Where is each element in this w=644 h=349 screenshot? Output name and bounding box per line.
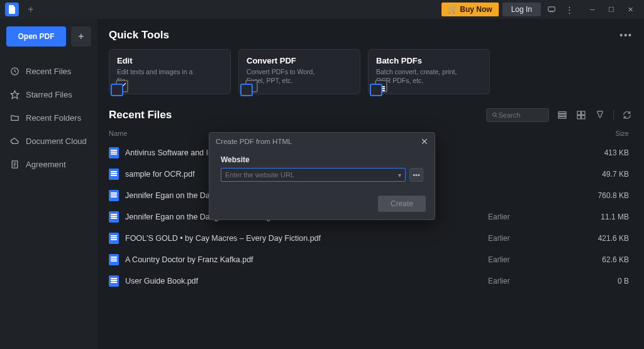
file-size: 49.7 KB — [589, 170, 633, 179]
file-size: 62.6 KB — [589, 255, 633, 264]
svg-rect-7 — [558, 117, 566, 119]
file-size: 0 B — [589, 277, 633, 285]
table-row[interactable]: FOOL'S GOLD • by Cay Macres – Every Day … — [109, 228, 633, 249]
nav-label: Recent Folders — [26, 113, 81, 123]
buy-now-label: Buy Now — [460, 5, 492, 14]
pdf-file-icon — [109, 275, 119, 287]
open-pdf-button[interactable]: Open PDF — [6, 26, 66, 47]
dialog-title: Create PDF from HTML — [216, 138, 292, 145]
col-header-modified — [488, 130, 589, 137]
message-icon[interactable] — [545, 3, 558, 16]
pin-icon[interactable] — [594, 109, 606, 121]
sidebar-item-agreement[interactable]: Agreement — [6, 155, 91, 174]
pdf-file-icon — [109, 254, 119, 265]
clock-icon — [10, 67, 19, 76]
quicktools-more-button[interactable]: ••• — [619, 30, 633, 40]
file-size: 760.8 KB — [589, 191, 633, 200]
new-tab-button[interactable]: + — [24, 3, 38, 16]
nav-label: Document Cloud — [26, 136, 87, 146]
svg-rect-10 — [577, 116, 580, 119]
app-logo-icon — [5, 3, 19, 16]
cart-icon: 🛒 — [448, 5, 457, 14]
edit-icon — [111, 80, 128, 97]
svg-rect-0 — [548, 7, 555, 11]
tool-card-batch[interactable]: Batch PDFs Batch convert, create, print,… — [368, 49, 490, 94]
create-button[interactable]: Create — [378, 196, 426, 212]
svg-rect-5 — [558, 112, 566, 114]
browse-button[interactable]: ••• — [409, 168, 423, 182]
svg-rect-8 — [577, 111, 580, 114]
star-icon — [10, 90, 19, 99]
titlebar: + 🛒 Buy Now Log In ⋮ ─ ☐ ✕ — [0, 0, 644, 19]
tool-desc: Convert PDFs to Word, Excel, PPT, etc. — [247, 68, 328, 85]
dialog-titlebar: Create PDF from HTML ✕ — [209, 133, 435, 150]
window-controls: ─ ☐ ✕ — [584, 3, 639, 16]
tool-desc: Batch convert, create, print, OCR PDFs, … — [376, 68, 458, 85]
file-modified: Earlier — [488, 234, 589, 243]
tool-desc: Edit texts and images in a file. — [117, 68, 199, 85]
dialog-body: Website ▾ ••• — [209, 150, 435, 189]
svg-rect-6 — [558, 114, 566, 116]
kebab-icon[interactable]: ⋮ — [562, 3, 576, 16]
buy-now-button[interactable]: 🛒 Buy Now — [441, 3, 498, 16]
pdf-file-icon — [109, 190, 119, 201]
create-pdf-button[interactable]: + — [71, 26, 91, 47]
tool-title: Edit — [117, 56, 223, 65]
table-row[interactable]: A Country Doctor by Franz Kafka.pdfEarli… — [109, 249, 633, 270]
col-header-size: Size — [589, 130, 633, 137]
minimize-button[interactable]: ─ — [584, 3, 601, 16]
search-box[interactable] — [486, 108, 549, 122]
titlebar-right: 🛒 Buy Now Log In ⋮ ─ ☐ ✕ — [441, 3, 639, 16]
website-url-input[interactable] — [225, 171, 398, 179]
file-size: 11.1 MB — [589, 213, 633, 221]
file-modified: Earlier — [488, 213, 589, 221]
sidebar-item-recent-files[interactable]: Recent Files — [6, 62, 91, 81]
website-label: Website — [221, 155, 423, 164]
close-window-button[interactable]: ✕ — [621, 3, 639, 16]
svg-point-4 — [493, 113, 496, 116]
refresh-icon[interactable] — [621, 109, 633, 121]
pdf-file-icon — [109, 211, 119, 223]
file-name: User Guide Book.pdf — [125, 277, 488, 285]
file-name: A Country Doctor by Franz Kafka.pdf — [125, 255, 488, 264]
divider — [613, 110, 614, 120]
pdf-file-icon — [109, 233, 119, 244]
cloud-icon — [10, 136, 19, 146]
sidebar: Open PDF + Recent Files Starred Files Re… — [0, 19, 97, 349]
titlebar-left: + — [5, 3, 38, 16]
batch-icon — [370, 80, 387, 97]
nav-label: Agreement — [26, 160, 66, 169]
sidebar-item-document-cloud[interactable]: Document Cloud — [6, 131, 91, 151]
quicktools-header: Quick Tools ••• — [109, 29, 633, 42]
list-view-icon[interactable] — [557, 109, 568, 121]
tool-card-edit[interactable]: Edit Edit texts and images in a file. — [109, 49, 231, 94]
tool-card-convert[interactable]: Convert PDF Convert PDFs to Word, Excel,… — [238, 49, 360, 94]
svg-rect-11 — [582, 116, 585, 119]
pdf-file-icon — [109, 147, 119, 158]
maximize-button[interactable]: ☐ — [602, 3, 620, 16]
file-modified: Earlier — [488, 277, 589, 285]
pdf-file-icon — [109, 169, 119, 180]
sidebar-item-starred-files[interactable]: Starred Files — [6, 85, 91, 104]
create-pdf-dialog: Create PDF from HTML ✕ Website ▾ ••• Cre… — [209, 132, 435, 220]
table-row[interactable]: User Guide Book.pdfEarlier0 B — [109, 270, 633, 292]
sidebar-item-recent-folders[interactable]: Recent Folders — [6, 108, 91, 128]
file-size: 421.6 KB — [589, 234, 633, 243]
folder-icon — [10, 113, 19, 123]
dialog-close-button[interactable]: ✕ — [421, 136, 428, 147]
svg-rect-9 — [582, 111, 585, 114]
nav-label: Starred Files — [26, 90, 72, 99]
login-button[interactable]: Log In — [502, 3, 541, 16]
chevron-down-icon[interactable]: ▾ — [398, 172, 401, 179]
grid-view-icon[interactable] — [575, 109, 587, 121]
quicktools-title: Quick Tools — [109, 29, 169, 42]
recent-title: Recent Files — [109, 109, 172, 121]
dialog-footer: Create — [209, 189, 435, 219]
file-size: 413 KB — [589, 148, 633, 157]
search-input[interactable] — [498, 111, 543, 119]
tool-title: Batch PDFs — [376, 56, 482, 65]
recent-toolbar — [486, 108, 633, 122]
file-name: FOOL'S GOLD • by Cay Macres – Every Day … — [125, 234, 488, 243]
website-url-input-wrapper[interactable]: ▾ — [221, 168, 406, 182]
svg-marker-2 — [11, 91, 19, 99]
